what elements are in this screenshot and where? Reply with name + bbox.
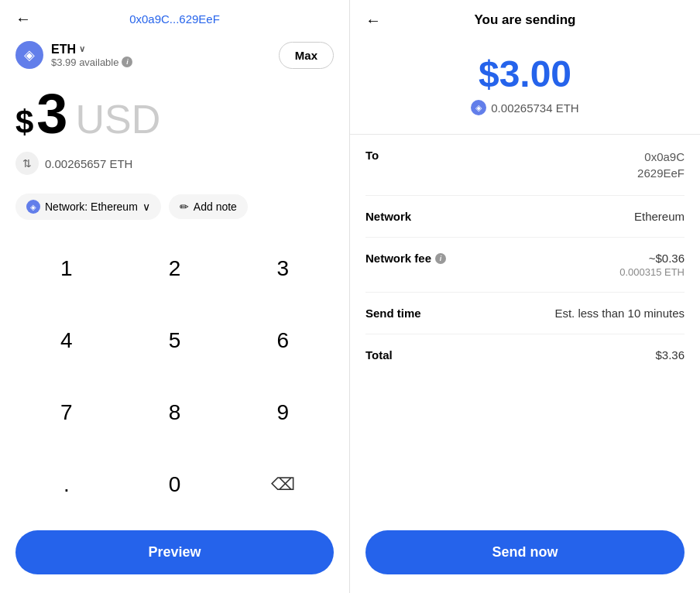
network-chevron-icon: ∨ xyxy=(142,201,150,213)
wallet-address[interactable]: 0x0a9C...629EeF xyxy=(129,12,220,26)
send-screen: ← 0x0a9C...629EeF ◈ ETH ∨ $3.99 availabl… xyxy=(0,0,350,593)
send-time-label: Send time xyxy=(365,307,421,320)
token-balance-value: $3.99 available xyxy=(51,57,118,68)
back-button[interactable]: ← xyxy=(15,10,31,28)
total-value: $3.36 xyxy=(655,348,685,362)
fee-info-icon[interactable]: i xyxy=(435,253,446,264)
key-6[interactable]: 6 xyxy=(228,304,337,376)
preview-btn-container: Preview xyxy=(0,521,349,593)
fee-eth-value: 0.000315 ETH xyxy=(619,266,685,278)
fee-label: Network fee i xyxy=(365,252,446,265)
balance-info-icon[interactable]: i xyxy=(122,57,132,67)
token-info: ◈ ETH ∨ $3.99 available i xyxy=(15,41,132,69)
backspace-icon: ⌫ xyxy=(271,475,295,495)
network-label: Network: Ethereum xyxy=(45,201,138,213)
network-row-detail: Network Ethereum xyxy=(365,196,685,238)
token-balance: $3.99 available i xyxy=(51,57,132,68)
swap-currency-button[interactable]: ⇅ xyxy=(15,152,39,175)
to-address-line1: 0x0a9C xyxy=(637,149,685,165)
fee-usd-value: ~$0.36 xyxy=(619,252,685,265)
eth-equivalent-row: ⇅ 0.00265657 ETH xyxy=(0,147,349,186)
key-2[interactable]: 2 xyxy=(121,232,229,304)
network-note-row: ◈ Network: Ethereum ∨ ✏ Add note xyxy=(0,186,349,232)
transaction-details: To 0x0a9C 2629EeF Network Ethereum Netwo… xyxy=(350,135,700,521)
sending-eth-value: 0.00265734 ETH xyxy=(491,101,578,115)
sending-amount-section: $3.00 ◈ 0.00265734 ETH xyxy=(350,37,700,135)
key-dot[interactable]: . xyxy=(12,449,121,521)
key-backspace[interactable]: ⌫ xyxy=(228,449,337,521)
right-header: ← You are sending xyxy=(350,0,700,37)
send-time-row: Send time Est. less than 10 minutes xyxy=(365,293,685,334)
token-name-row[interactable]: ETH ∨ xyxy=(51,43,132,57)
token-chevron-icon: ∨ xyxy=(79,44,85,54)
small-eth-icon: ◈ xyxy=(471,100,486,115)
sending-usd-amount: $3.00 xyxy=(479,53,571,95)
key-9[interactable]: 9 xyxy=(228,377,337,449)
to-label: To xyxy=(365,149,379,162)
send-btn-container: Send now xyxy=(350,521,700,593)
fee-row: Network fee i ~$0.36 0.000315 ETH xyxy=(365,238,685,293)
send-time-value: Est. less than 10 minutes xyxy=(554,307,685,320)
eth-equivalent-value: 0.00265657 ETH xyxy=(45,157,132,170)
left-header: ← 0x0a9C...629EeF xyxy=(0,0,349,35)
amount-number: 3 xyxy=(36,86,67,142)
key-5[interactable]: 5 xyxy=(121,304,229,376)
network-eth-icon: ◈ xyxy=(26,200,40,214)
to-row: To 0x0a9C 2629EeF xyxy=(365,135,685,196)
key-0[interactable]: 0 xyxy=(121,449,229,521)
key-1[interactable]: 1 xyxy=(12,232,121,304)
sending-eth-amount: ◈ 0.00265734 ETH xyxy=(471,100,578,115)
to-address-line2: 2629EeF xyxy=(637,165,685,181)
total-row: Total $3.36 xyxy=(365,334,685,375)
eth-logo-icon: ◈ xyxy=(15,41,43,69)
max-button[interactable]: Max xyxy=(279,42,334,69)
key-8[interactable]: 8 xyxy=(121,377,229,449)
amount-currency: USD xyxy=(75,96,160,142)
token-name-label: ETH xyxy=(51,43,76,57)
total-label: Total xyxy=(365,348,393,362)
preview-button[interactable]: Preview xyxy=(15,530,334,574)
token-row: ◈ ETH ∨ $3.99 available i Max xyxy=(0,35,349,78)
fee-label-text: Network fee xyxy=(365,252,431,265)
amount-display: $ 3 USD xyxy=(0,78,349,147)
key-4[interactable]: 4 xyxy=(12,304,121,376)
right-back-button[interactable]: ← xyxy=(365,12,381,29)
network-detail-label: Network xyxy=(365,210,411,223)
pencil-icon: ✏ xyxy=(180,201,189,213)
confirm-screen: ← You are sending $3.00 ◈ 0.00265734 ETH… xyxy=(350,0,700,593)
numpad: 1 2 3 4 5 6 7 8 9 . 0 ⌫ xyxy=(0,232,349,521)
network-detail-value: Ethereum xyxy=(634,210,685,223)
note-label: Add note xyxy=(194,201,237,213)
network-selector-button[interactable]: ◈ Network: Ethereum ∨ xyxy=(15,194,161,220)
add-note-button[interactable]: ✏ Add note xyxy=(169,194,248,219)
key-3[interactable]: 3 xyxy=(228,232,337,304)
token-text: ETH ∨ $3.99 available i xyxy=(51,43,132,68)
key-7[interactable]: 7 xyxy=(12,377,121,449)
send-now-button[interactable]: Send now xyxy=(365,530,685,574)
right-header-title: You are sending xyxy=(475,12,576,28)
dollar-sign: $ xyxy=(15,104,33,141)
